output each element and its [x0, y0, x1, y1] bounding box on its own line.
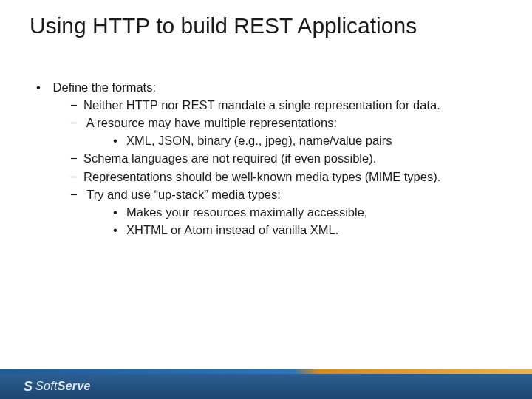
list-item: XML, JSON, binary (e.g., jpeg), name/val… [113, 133, 501, 149]
list-item: XHTML or Atom instead of vanilla XML. [113, 222, 501, 238]
brand-name-serve: Serve [58, 380, 91, 392]
list-item: A resource may have multiple representat… [70, 115, 501, 149]
brand-name: SoftServe [35, 380, 91, 393]
bullet-text: XML, JSON, binary (e.g., jpeg), name/val… [126, 134, 392, 147]
list-item: Neither HTTP nor REST mandate a single r… [70, 98, 501, 113]
footer-body: S SoftServe [0, 374, 532, 399]
bullet-text: Neither HTTP nor REST mandate a single r… [83, 98, 440, 112]
bullet-text: Schema languages are not required (if ev… [83, 151, 376, 165]
slide-content: Define the formats: Neither HTTP nor RES… [0, 38, 532, 238]
list-item: Try and use “up-stack” media types: Make… [70, 187, 501, 238]
bullet-text: Representations should be well-known med… [83, 170, 440, 183]
brand-name-soft: Soft [35, 380, 58, 392]
bullet-text: Define the formats: [53, 81, 156, 94]
bullet-text: A resource may have multiple representat… [86, 116, 337, 129]
bullet-text: XHTML or Atom instead of vanilla XML. [126, 223, 338, 236]
list-item: Schema languages are not required (if ev… [70, 151, 501, 166]
list-item: Define the formats: Neither HTTP nor RES… [41, 80, 501, 238]
bullet-text: Makes your resources maximally accessibl… [126, 205, 367, 219]
slide-title: Using HTTP to build REST Applications [0, 0, 532, 38]
brand-logo: S SoftServe [24, 380, 91, 393]
list-item: Representations should be well-known med… [70, 169, 501, 185]
slide-footer: S SoftServe [0, 369, 532, 399]
bullet-text: Try and use “up-stack” media types: [86, 188, 281, 201]
list-item: Makes your resources maximally accessibl… [113, 205, 501, 220]
logo-mark-icon: S [24, 380, 33, 393]
